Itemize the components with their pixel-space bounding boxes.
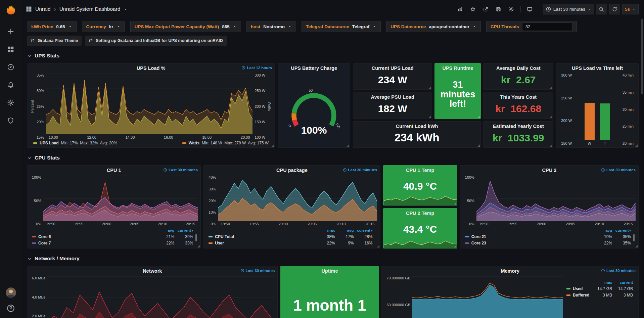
caret-down-icon <box>587 6 591 12</box>
ups-load-chart[interactable]: Percent35%30%25%20%15%10:0012:0014:0016:… <box>27 73 275 147</box>
grafana-logo-icon[interactable] <box>5 3 17 16</box>
section-ups-stats: UPS Stats UPS Load % Last 12 hours Perce… <box>27 50 639 148</box>
refresh-interval-picker[interactable]: 5s <box>622 4 639 14</box>
variable-host[interactable]: hostNostromo <box>246 21 296 32</box>
legend-column-max[interactable]: max <box>591 280 612 284</box>
legend-item-user[interactable]: User <box>209 241 316 245</box>
legend-item-core-7[interactable]: Core 7 <box>32 241 155 245</box>
panel-title[interactable]: CPU package <box>276 168 308 173</box>
variable-kwh-price[interactable]: kWh Price0.65 <box>27 21 77 32</box>
x-axis: 19:5019:5520:0020:0520:1020:15 <box>476 221 636 226</box>
plot-area[interactable] <box>47 276 275 318</box>
legend-column-current[interactable]: current <box>174 228 193 232</box>
sidebar-item-configuration[interactable] <box>4 96 17 109</box>
panel-title[interactable]: Memory <box>501 268 519 274</box>
chevron-down-icon[interactable] <box>123 7 128 11</box>
plot-area[interactable] <box>476 176 636 221</box>
axis-tick-label: 150 W <box>561 142 572 145</box>
sidebar-item-alerting[interactable] <box>4 79 17 91</box>
sidebar-item-help[interactable] <box>6 304 15 313</box>
panel-title[interactable]: Average PSU Load <box>371 94 414 100</box>
plot-area[interactable] <box>46 74 252 134</box>
breadcrumb-app[interactable]: Unraid <box>35 6 51 12</box>
panel-title[interactable]: Current UPS Load <box>372 65 414 71</box>
topbar-cycle-view-mode-button[interactable] <box>524 4 535 14</box>
legend-item-core-6[interactable]: Core 6 <box>32 234 155 239</box>
time-override-label: Last 12 hours <box>247 66 272 70</box>
panel-title[interactable]: UPS Battery Charge <box>291 65 337 71</box>
topbar-save-dashboard-button[interactable] <box>493 4 504 14</box>
panel-title[interactable]: CPU 2 <box>542 168 557 173</box>
variable-ups-max-output-power-capacity-watt[interactable]: UPS Max Output Power Capacity (Watt)865 <box>130 21 241 32</box>
time-range-picker[interactable]: Last 30 minutes <box>543 4 594 14</box>
apps-grid-icon[interactable] <box>26 6 32 12</box>
legend-column-avg[interactable]: avg <box>593 228 612 232</box>
variable-ups-datasource[interactable]: UPS Datasourceapcupsd-container <box>386 21 481 32</box>
refresh-button[interactable] <box>609 4 620 14</box>
topbar-mark-favorite-button[interactable] <box>468 4 478 14</box>
variable-telegraf-datasource[interactable]: Telegraf DatasourceTelegraf <box>302 21 381 32</box>
legend-column-current[interactable]: current <box>612 280 633 284</box>
topbar-share-dashboard-button[interactable] <box>480 4 491 14</box>
breadcrumb-dashboard-title[interactable]: Unraid System Dashboard <box>59 6 121 12</box>
sidebar-item-explore[interactable] <box>4 61 17 74</box>
panel-memory: Memory Last 30 minutes 70.000000 GB60.00… <box>381 266 639 318</box>
memory-chart[interactable]: 70.000000 GB60.000000 GB50.000000 GBmaxc… <box>382 276 638 318</box>
legend-series-name: Buffered <box>573 293 589 298</box>
panel-title[interactable]: UPS Runtime <box>442 65 473 71</box>
plot-area[interactable] <box>43 176 198 221</box>
legend-item-used[interactable]: Used <box>566 286 591 291</box>
legend-item-cpu-total[interactable]: CPU Total <box>209 234 316 239</box>
zoom-out-button[interactable] <box>596 4 607 14</box>
panel-title[interactable]: This Years Cost <box>500 94 537 100</box>
variable-currency[interactable]: Currencykr <box>82 21 125 32</box>
legend-scrollbar[interactable] <box>633 234 635 241</box>
legend-item-ups-load[interactable]: UPS LoadMin: 17% Max: 32% Avg: 20% <box>33 141 117 145</box>
legend-item-buffered[interactable]: Buffered <box>566 293 591 298</box>
row-header-ups-stats[interactable]: UPS Stats <box>27 50 639 61</box>
dashboard-link-setting-up-grafana-and-influxdb-for-ups-monitoring-on-unraid[interactable]: Setting up Grafana and InfluxDB for UPS … <box>85 36 226 46</box>
dashboard-link-grafana-plex-theme[interactable]: Grafana Plex Theme <box>27 36 82 46</box>
legend-item-watts[interactable]: WattsMin: 148 W Max: 278 W Avg: 175 W <box>182 141 269 145</box>
legend-item-core-23[interactable]: Core 23 <box>465 241 593 245</box>
legend-series-name: UPS Load <box>40 141 59 145</box>
panel-title[interactable]: CPU 2 Temp <box>406 211 434 216</box>
legend-item-core-21[interactable]: Core 21 <box>465 234 593 239</box>
row-header-network-memory[interactable]: Network / Memory <box>27 253 639 264</box>
topbar-add-panel-button[interactable] <box>455 4 466 14</box>
panel-title[interactable]: Estimated Yearly Cost <box>493 124 544 129</box>
plot-area[interactable] <box>412 276 563 318</box>
panel-title[interactable]: Average Daily Cost <box>496 65 541 71</box>
topbar-dashboard-settings-button[interactable] <box>506 4 517 14</box>
panel-title[interactable]: CPU 1 <box>107 168 121 173</box>
cpu-temp-column: CPU 1 Temp 40.9 °C CPU 2 Temp 43.4 °C <box>383 165 457 248</box>
sidebar-item-create[interactable] <box>4 25 17 38</box>
cpu1-chart[interactable]: 100%50%0%19:5019:5520:0020:0520:1020:15a… <box>27 175 200 248</box>
window-scrollbar[interactable] <box>641 0 644 318</box>
cpu-package-chart[interactable]: 40%30%20%10%0%19:5019:5520:0020:0520:102… <box>204 175 380 248</box>
legend-column-current[interactable]: current <box>354 228 373 232</box>
panel-title[interactable]: Uptime <box>321 268 338 274</box>
variable-cpu-threads[interactable]: CPU Threads <box>486 21 577 32</box>
bars-plot-area[interactable] <box>574 74 620 140</box>
panel-title[interactable]: UPS Load vs Time left <box>572 65 623 71</box>
scrollbar-thumb[interactable] <box>641 19 643 94</box>
legend-column-current[interactable]: current <box>612 228 631 232</box>
network-chart[interactable]: 6.0 MBs4.0 MBs2.0 MBs <box>27 276 277 318</box>
legend-scrollbar[interactable] <box>195 234 197 241</box>
plot-area[interactable] <box>218 176 377 221</box>
panel-title[interactable]: CPU 1 Temp <box>406 168 434 173</box>
panel-title[interactable]: Network <box>143 268 162 274</box>
cpu2-chart[interactable]: 100%50%0%19:5019:5520:0020:0520:1020:15a… <box>460 175 638 248</box>
row-header-cpu-stats[interactable]: CPU Stats <box>27 152 639 163</box>
sidebar-item-dashboards[interactable] <box>4 43 17 56</box>
legend-column-max[interactable]: max <box>316 228 335 232</box>
sidebar-item-server-admin[interactable] <box>4 114 17 127</box>
panel-title[interactable]: Current Load kWh <box>396 124 438 129</box>
user-avatar[interactable] <box>6 287 16 298</box>
axis-tick-label: 10:00 <box>49 135 58 139</box>
cpu-threads-input[interactable] <box>522 22 572 31</box>
legend-column-avg[interactable]: avg <box>155 228 174 232</box>
legend-column-avg[interactable]: avg <box>335 228 354 232</box>
panel-title[interactable]: UPS Load % <box>137 65 165 71</box>
